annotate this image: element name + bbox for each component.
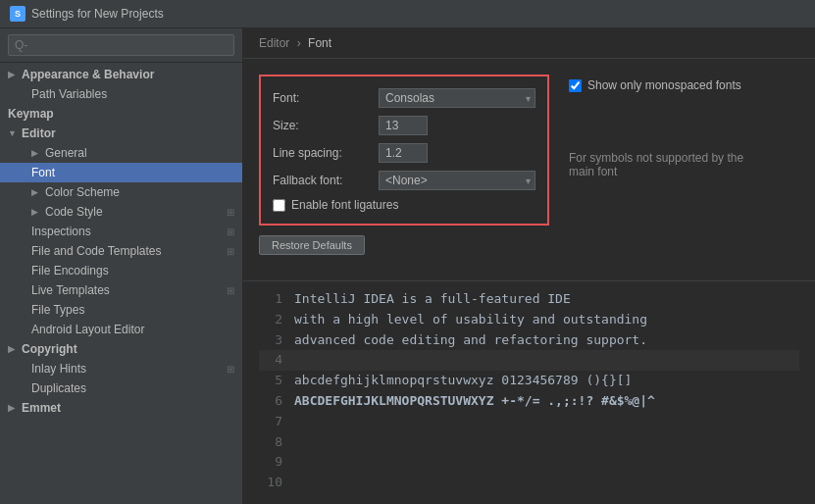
line-number: 4 [259, 350, 282, 371]
sidebar-item-label: Android Layout Editor [31, 323, 234, 336]
font-settings-box: Font: Consolas Courier New Monospaced Si… [259, 75, 549, 226]
sidebar-item-appearance-behavior[interactable]: ▶ Appearance & Behavior [0, 65, 242, 84]
size-row: Size: [273, 116, 535, 135]
main-layout: ▶ Appearance & Behavior Path Variables K… [0, 28, 815, 504]
line-number: 10 [259, 473, 282, 493]
right-options: Show only monospaced fonts For symbols n… [569, 75, 765, 178]
chevron-icon: ▶ [31, 207, 41, 217]
preview-line: 2 with a high level of usability and out… [259, 310, 799, 330]
monospaced-row: Show only monospaced fonts [569, 78, 765, 92]
size-label: Size: [273, 119, 371, 132]
restore-defaults-button[interactable]: Restore Defaults [259, 235, 365, 255]
preview-area: 1 IntelliJ IDEA is a full-featured IDE 2… [243, 280, 815, 504]
monospaced-checkbox[interactable] [569, 79, 582, 92]
sidebar-item-file-code-templates[interactable]: File and Code Templates ⊞ [0, 241, 242, 261]
line-number: 6 [259, 391, 282, 412]
line-content: abcdefghijklmnopqrstuvwxyz 0123456789 ()… [294, 371, 632, 391]
preview-line: 3 advanced code editing and refactoring … [259, 330, 799, 351]
sidebar-item-emmet[interactable]: ▶ Emmet [0, 398, 242, 418]
line-number: 5 [259, 371, 282, 391]
sidebar-item-inspections[interactable]: Inspections ⊞ [0, 222, 242, 241]
fallback-font-select[interactable]: <None> [379, 171, 535, 190]
line-number: 3 [259, 330, 282, 351]
page-icon: ⊞ [227, 227, 234, 237]
line-content: with a high level of usability and outst… [294, 310, 647, 330]
breadcrumb-path: Editor [259, 36, 289, 50]
page-icon: ⊞ [227, 364, 234, 375]
page-icon: ⊞ [227, 246, 234, 257]
sidebar-item-label: Emmet [22, 401, 234, 415]
sidebar-item-inlay-hints[interactable]: Inlay Hints ⊞ [0, 359, 242, 378]
sidebar-item-font[interactable]: Font [0, 163, 242, 182]
sidebar-item-file-types[interactable]: File Types [0, 300, 242, 320]
sidebar-item-path-variables[interactable]: Path Variables [0, 84, 242, 104]
sidebar-item-label: Live Templates [31, 283, 223, 297]
line-spacing-label: Line spacing: [273, 146, 371, 160]
monospaced-label[interactable]: Show only monospaced fonts [587, 78, 741, 92]
preview-line: 10 [259, 473, 799, 493]
line-spacing-input[interactable] [379, 143, 428, 163]
line-spacing-row: Line spacing: [273, 143, 535, 163]
sidebar-item-color-scheme[interactable]: ▶ Color Scheme [0, 182, 242, 202]
line-number: 1 [259, 289, 282, 310]
breadcrumb-current: Font [308, 36, 331, 50]
chevron-icon: ▼ [8, 128, 18, 138]
sidebar-item-label: File Types [31, 303, 234, 317]
ligatures-label[interactable]: Enable font ligatures [291, 198, 398, 212]
page-icon: ⊞ [227, 285, 234, 296]
font-select[interactable]: Consolas Courier New Monospaced [379, 88, 535, 108]
sidebar-item-label: Keymap [8, 107, 234, 121]
line-number: 9 [259, 452, 282, 473]
size-input[interactable] [379, 116, 428, 135]
chevron-icon: ▶ [8, 403, 18, 413]
sidebar-item-editor[interactable]: ▼ Editor [0, 124, 242, 143]
sidebar-item-label: General [45, 146, 234, 160]
font-row: Font: Consolas Courier New Monospaced [273, 88, 535, 108]
sidebar-item-keymap[interactable]: Keymap [0, 104, 242, 124]
preview-line: 6 ABCDEFGHIJKLMNOPQRSTUVWXYZ +-*/= .,;:!… [259, 391, 799, 412]
fallback-font-row: Fallback font: <None> [273, 171, 535, 190]
chevron-icon: ▶ [31, 148, 41, 158]
preview-line: 5 abcdefghijklmnopqrstuvwxyz 0123456789 … [259, 371, 799, 391]
page-icon: ⊞ [227, 207, 234, 218]
line-number: 8 [259, 432, 282, 453]
breadcrumb-separator: › [297, 36, 301, 50]
sidebar-item-live-templates[interactable]: Live Templates ⊞ [0, 280, 242, 300]
preview-line: 7 [259, 412, 799, 432]
line-content: advanced code editing and refactoring su… [294, 330, 647, 351]
sidebar-item-label: Copyright [22, 342, 234, 356]
fallback-note: For symbols not supported by the main fo… [569, 151, 765, 178]
sidebar-item-label: Color Scheme [45, 185, 234, 199]
chevron-icon: ▶ [8, 344, 18, 354]
content-area: Editor › Font Font: Consolas Courier New… [243, 28, 815, 504]
search-input[interactable] [8, 34, 234, 56]
sidebar-item-label: File Encodings [31, 264, 234, 277]
preview-line: 1 IntelliJ IDEA is a full-featured IDE [259, 289, 799, 310]
sidebar-item-label: Duplicates [31, 381, 234, 395]
sidebar-item-copyright[interactable]: ▶ Copyright [0, 339, 242, 359]
sidebar-item-file-encodings[interactable]: File Encodings [0, 261, 242, 280]
line-number: 2 [259, 310, 282, 330]
preview-line: 9 [259, 452, 799, 473]
preview-line: 4 [259, 350, 799, 371]
title-bar: S Settings for New Projects [0, 0, 815, 28]
sidebar-item-android-layout-editor[interactable]: Android Layout Editor [0, 320, 242, 339]
fallback-font-label: Fallback font: [273, 174, 371, 187]
nav-section: ▶ Appearance & Behavior Path Variables K… [0, 63, 242, 420]
preview-line: 8 [259, 432, 799, 453]
sidebar-item-label: Editor [22, 126, 234, 140]
sidebar-item-label: Path Variables [31, 87, 234, 101]
sidebar-item-label: File and Code Templates [31, 244, 223, 258]
sidebar-item-label: Inlay Hints [31, 362, 223, 376]
ligatures-checkbox[interactable] [273, 199, 285, 212]
sidebar-item-duplicates[interactable]: Duplicates [0, 378, 242, 398]
app-icon: S [10, 6, 25, 22]
line-content: IntelliJ IDEA is a full-featured IDE [294, 289, 571, 310]
font-select-wrapper: Consolas Courier New Monospaced [379, 88, 535, 108]
sidebar-item-code-style[interactable]: ▶ Code Style ⊞ [0, 202, 242, 222]
font-label: Font: [273, 91, 371, 105]
chevron-icon: ▶ [31, 187, 41, 197]
ligatures-row: Enable font ligatures [273, 198, 535, 212]
sidebar-item-general[interactable]: ▶ General [0, 143, 242, 163]
sidebar-item-label: Appearance & Behavior [22, 68, 234, 81]
